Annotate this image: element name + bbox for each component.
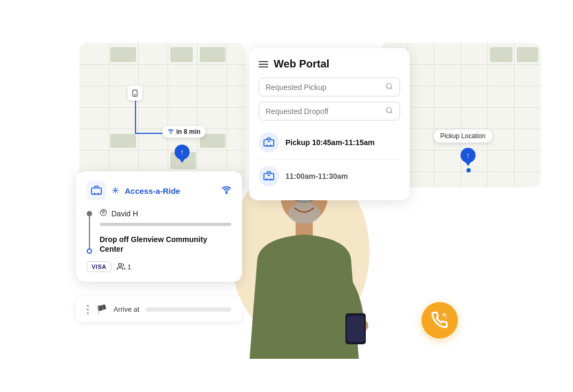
svg-point-30 bbox=[288, 202, 320, 224]
route-section: David H Drop off Glenview Community Cent… bbox=[87, 209, 231, 254]
pickup-location-label: Pickup Location bbox=[434, 130, 492, 142]
map-block bbox=[170, 47, 193, 62]
time-slot-2-label: 11:00am-11:30am bbox=[285, 172, 348, 180]
route-dot-top bbox=[87, 211, 92, 216]
time-bubble: in 8 min bbox=[162, 126, 206, 138]
sunburst-icon: ✳ bbox=[111, 185, 119, 197]
steering-icon bbox=[100, 209, 107, 218]
hamburger-icon[interactable] bbox=[259, 61, 268, 67]
progress-bar bbox=[100, 223, 231, 226]
grid-line bbox=[487, 43, 488, 187]
flag-icon: 🏴 bbox=[96, 304, 107, 314]
brand-name: Access-a-Ride bbox=[125, 186, 180, 195]
grid-line bbox=[79, 107, 245, 108]
route-details: David H Drop off Glenview Community Cent… bbox=[100, 209, 231, 254]
time-slot-1[interactable]: Pickup 10:45am-11:15am bbox=[259, 126, 400, 160]
svg-line-24 bbox=[101, 210, 102, 212]
svg-point-15 bbox=[267, 179, 268, 180]
count-label: 1 bbox=[127, 263, 131, 271]
grid-line bbox=[79, 150, 245, 150]
grid-line bbox=[138, 43, 139, 193]
svg-rect-17 bbox=[92, 188, 101, 194]
bus-icon-2 bbox=[259, 166, 279, 186]
visa-badge: VISA bbox=[87, 261, 111, 272]
blue-pin-left: ↑ bbox=[175, 145, 190, 160]
left-map-card: in 8 min ↑ bbox=[79, 43, 245, 193]
call-button[interactable] bbox=[421, 302, 458, 338]
grid-line bbox=[109, 43, 109, 193]
arrive-dot bbox=[87, 305, 89, 307]
svg-point-12 bbox=[267, 145, 268, 146]
map-block bbox=[490, 47, 512, 62]
arrive-label: Arrive at bbox=[114, 305, 139, 313]
search-icon-pickup bbox=[386, 82, 393, 92]
signal-icon bbox=[168, 128, 174, 135]
svg-point-22 bbox=[102, 212, 104, 214]
phone-pin bbox=[127, 86, 142, 101]
card-footer: VISA 1 bbox=[87, 261, 231, 272]
svg-rect-14 bbox=[264, 174, 274, 180]
bus-icon-brand bbox=[87, 181, 106, 200]
passenger-info: David H bbox=[100, 209, 231, 218]
arrive-dot bbox=[87, 308, 89, 311]
svg-line-25 bbox=[104, 210, 105, 212]
svg-marker-7 bbox=[464, 160, 472, 166]
route-line-vert bbox=[89, 216, 90, 248]
map-block bbox=[110, 134, 136, 148]
svg-point-20 bbox=[226, 192, 227, 193]
time-bubble-text: in 8 min bbox=[176, 128, 200, 135]
arrive-bar bbox=[146, 307, 231, 312]
web-portal-card: Web Portal bbox=[249, 48, 410, 200]
arrive-dot bbox=[87, 312, 89, 314]
pin-dot bbox=[466, 168, 471, 172]
ride-brand: ✳ Access-a-Ride bbox=[87, 181, 180, 200]
grid-line bbox=[79, 86, 245, 86]
map-grid-left bbox=[79, 43, 245, 193]
passenger-count: 1 bbox=[117, 262, 131, 271]
svg-point-10 bbox=[387, 108, 391, 112]
grid-line bbox=[79, 64, 245, 65]
grid-line bbox=[434, 43, 434, 187]
dropoff-input-container[interactable] bbox=[259, 102, 400, 120]
bus-icon-1 bbox=[259, 132, 279, 153]
arrive-card: 🏴 Arrive at bbox=[76, 297, 242, 322]
route-line-vertical bbox=[135, 101, 136, 133]
passenger-name: David H bbox=[111, 209, 138, 218]
route-indicator bbox=[87, 209, 92, 254]
svg-point-2 bbox=[171, 133, 171, 134]
grid-line bbox=[168, 43, 168, 193]
route-dot-bottom bbox=[87, 248, 92, 254]
wifi-icon bbox=[222, 185, 231, 197]
map-block bbox=[200, 47, 225, 62]
main-scene: in 8 min ↑ bbox=[0, 0, 573, 392]
time-slot-2[interactable]: 11:00am-11:30am bbox=[259, 160, 400, 193]
pickup-input-container[interactable] bbox=[259, 78, 400, 96]
svg-text:↑: ↑ bbox=[180, 148, 184, 156]
portal-title: Web Portal bbox=[274, 58, 329, 70]
svg-point-16 bbox=[270, 179, 272, 180]
svg-rect-35 bbox=[347, 316, 364, 342]
grid-line bbox=[514, 43, 515, 187]
pickup-input[interactable] bbox=[266, 83, 386, 92]
dropoff-input[interactable] bbox=[266, 107, 386, 116]
svg-point-13 bbox=[270, 145, 272, 146]
blue-pin-right: ↑ bbox=[461, 148, 476, 166]
svg-rect-11 bbox=[264, 140, 274, 146]
map-block bbox=[517, 47, 538, 62]
portal-header: Web Portal bbox=[259, 58, 400, 70]
time-slot-1-label: Pickup 10:45am-11:15am bbox=[285, 138, 375, 147]
svg-marker-4 bbox=[178, 156, 186, 163]
map-block bbox=[110, 47, 136, 62]
grid-line bbox=[197, 43, 198, 193]
svg-point-19 bbox=[98, 193, 99, 194]
svg-point-9 bbox=[387, 84, 391, 88]
ride-card: ✳ Access-a-Ride bbox=[76, 171, 242, 282]
people-icon bbox=[117, 262, 125, 271]
svg-text:↑: ↑ bbox=[466, 151, 470, 160]
svg-point-1 bbox=[134, 94, 135, 95]
phone-icon bbox=[431, 312, 448, 329]
svg-point-18 bbox=[94, 193, 95, 194]
search-icon-dropoff bbox=[386, 107, 393, 116]
dropoff-label: Drop off Glenview Community Center bbox=[100, 235, 207, 253]
ride-card-header: ✳ Access-a-Ride bbox=[87, 181, 231, 200]
